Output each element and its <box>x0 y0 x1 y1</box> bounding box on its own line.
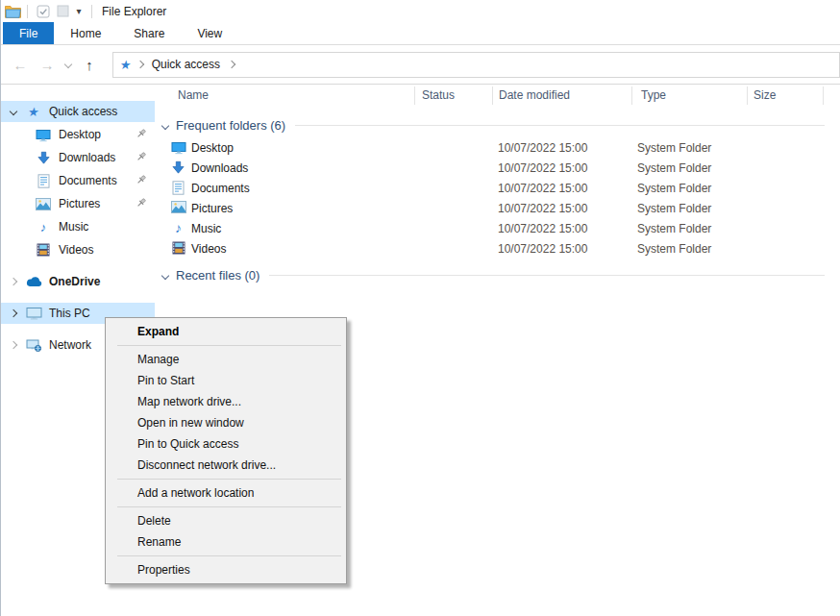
breadcrumb-chevron-icon[interactable] <box>136 61 143 68</box>
file-date-modified: 10/07/2022 15:00 <box>498 242 587 256</box>
group-header-recent-files[interactable]: Recent files (0) <box>162 268 825 283</box>
forward-button[interactable]: → <box>34 57 61 73</box>
file-row-downloads[interactable]: Downloads 10/07/2022 15:00 System Folder <box>155 159 840 179</box>
chevron-down-icon[interactable] <box>10 108 17 115</box>
sidebar-item-videos[interactable]: Videos <box>1 239 155 260</box>
group-label: Recent files (0) <box>176 268 259 283</box>
menu-item-pin-to-start[interactable]: Pin to Start <box>106 370 346 391</box>
file-name: Music <box>191 222 221 235</box>
pin-icon <box>136 174 147 188</box>
tab-view[interactable]: View <box>181 22 238 44</box>
sidebar-item-label: Downloads <box>59 151 115 164</box>
chevron-down-icon[interactable] <box>161 271 169 279</box>
menu-separator <box>117 345 341 346</box>
file-row-desktop[interactable]: Desktop 10/07/2022 15:00 System Folder <box>155 138 840 159</box>
chevron-down-icon[interactable] <box>161 121 169 129</box>
sidebar-item-music[interactable]: ♪ Music <box>1 216 155 237</box>
menu-item-delete[interactable]: Delete <box>106 510 346 531</box>
music-note-icon: ♪ <box>170 221 186 234</box>
group-label: Frequent folders (6) <box>176 118 285 133</box>
column-header-size[interactable]: Size <box>754 88 776 102</box>
file-name: Videos <box>191 242 226 256</box>
documents-icon <box>34 174 53 188</box>
column-header-date-modified[interactable]: Date modified <box>499 88 570 102</box>
chevron-right-icon[interactable] <box>10 341 17 349</box>
file-name: Pictures <box>191 202 233 215</box>
desktop-icon <box>170 140 186 155</box>
menu-item-add-a-network-location[interactable]: Add a network location <box>106 482 346 504</box>
titlebar-separator <box>27 5 28 18</box>
sidebar-item-pictures[interactable]: Pictures <box>1 193 155 214</box>
titlebar: ▾ File Explorer <box>1 0 840 22</box>
context-menu: Expand Manage Pin to Start Map network d… <box>105 317 347 584</box>
qat-properties-icon[interactable] <box>34 2 53 20</box>
sidebar-item-label: Pictures <box>59 197 100 210</box>
sidebar-item-onedrive[interactable]: OneDrive <box>1 271 155 292</box>
tab-file[interactable]: File <box>3 22 54 44</box>
explorer-logo-icon <box>5 5 21 18</box>
menu-item-expand[interactable]: Expand <box>106 321 346 342</box>
sidebar-item-downloads[interactable]: Downloads <box>1 147 155 168</box>
titlebar-separator <box>91 5 92 18</box>
sidebar-item-label: Quick access <box>49 105 117 118</box>
pictures-icon <box>170 201 186 213</box>
pin-icon <box>136 151 147 165</box>
file-row-music[interactable]: ♪ Music 10/07/2022 15:00 System Folder <box>155 219 840 239</box>
sidebar-item-label: This PC <box>49 307 90 320</box>
sidebar-item-label: Desktop <box>59 128 101 141</box>
file-date-modified: 10/07/2022 15:00 <box>498 161 587 175</box>
breadcrumb-chevron-icon[interactable] <box>228 61 235 68</box>
qat-new-folder-icon[interactable] <box>53 2 72 20</box>
file-date-modified: 10/07/2022 15:00 <box>498 182 587 195</box>
sidebar-item-quick-access[interactable]: ★ Quick access <box>1 101 155 122</box>
file-name: Documents <box>191 182 250 195</box>
menu-item-pin-to-quick-access[interactable]: Pin to Quick access <box>106 433 346 455</box>
menu-item-open-in-new-window[interactable]: Open in new window <box>106 412 346 433</box>
menu-item-manage[interactable]: Manage <box>106 349 346 370</box>
sidebar-item-desktop[interactable]: Desktop <box>1 124 155 145</box>
group-header-frequent-folders[interactable]: Frequent folders (6) <box>162 118 825 133</box>
group-rule <box>269 275 825 276</box>
sidebar-item-label: Documents <box>59 174 117 187</box>
pictures-icon <box>34 198 53 210</box>
address-bar[interactable]: ★ Quick access <box>112 52 840 78</box>
ribbon-tabs: File Home Share View <box>1 22 840 45</box>
file-row-pictures[interactable]: Pictures 10/07/2022 15:00 System Folder <box>155 199 840 219</box>
file-explorer-window: ▾ File Explorer File Home Share View ← →… <box>0 0 840 616</box>
menu-item-disconnect-network-drive[interactable]: Disconnect network drive... <box>106 455 346 476</box>
window-title: File Explorer <box>102 5 166 18</box>
sidebar-item-documents[interactable]: Documents <box>1 170 155 191</box>
qat-customize-dropdown-icon[interactable]: ▾ <box>72 2 86 20</box>
chevron-right-icon[interactable] <box>10 278 17 285</box>
back-button[interactable]: ← <box>7 57 34 73</box>
videos-icon <box>170 241 186 255</box>
navigation-bar: ← → ↑ ★ Quick access <box>1 45 840 85</box>
menu-separator <box>117 479 341 480</box>
file-row-documents[interactable]: Documents 10/07/2022 15:00 System Folder <box>155 179 840 199</box>
column-header-name[interactable]: Name <box>178 88 209 102</box>
recent-locations-dropdown-icon[interactable] <box>61 62 76 67</box>
onedrive-cloud-icon <box>24 277 43 287</box>
music-note-icon: ♪ <box>34 221 53 234</box>
file-date-modified: 10/07/2022 15:00 <box>498 202 587 215</box>
tab-home[interactable]: Home <box>54 22 117 44</box>
menu-item-map-network-drive[interactable]: Map network drive... <box>106 391 346 412</box>
breadcrumb-location[interactable]: Quick access <box>152 58 220 71</box>
column-header-row: Name Status Date modified Type Size <box>155 85 840 108</box>
menu-item-rename[interactable]: Rename <box>106 531 346 553</box>
column-header-status[interactable]: Status <box>422 88 455 102</box>
group-rule <box>295 125 825 126</box>
tab-share[interactable]: Share <box>117 22 181 44</box>
up-button[interactable]: ↑ <box>76 57 103 73</box>
file-type: System Folder <box>637 202 711 215</box>
file-type: System Folder <box>637 141 711 155</box>
downloads-icon <box>34 151 53 165</box>
quick-access-star-icon: ★ <box>119 58 133 72</box>
column-header-type[interactable]: Type <box>641 88 666 102</box>
menu-item-properties[interactable]: Properties <box>106 559 346 580</box>
downloads-icon <box>170 160 186 175</box>
file-type: System Folder <box>637 161 711 175</box>
file-row-videos[interactable]: Videos 10/07/2022 15:00 System Folder <box>155 239 840 259</box>
network-icon <box>24 339 43 352</box>
chevron-right-icon[interactable] <box>10 309 17 317</box>
